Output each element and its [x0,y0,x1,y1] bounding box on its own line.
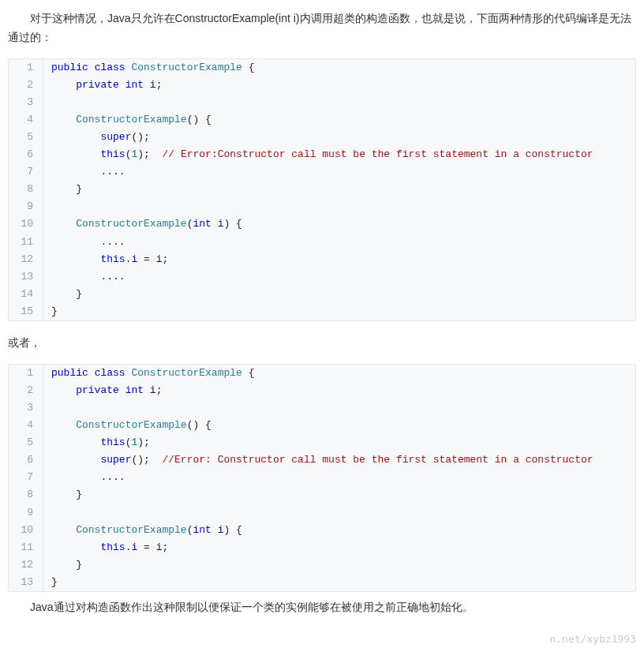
watermark-text: n.net/xybz1993 [549,631,636,635]
code-content [43,198,635,215]
line-number: 2 [9,77,43,94]
code-line: 2 private int i; [9,77,635,94]
code-content: } [43,486,635,504]
line-number: 13 [9,268,43,286]
code-content: ConstructorExample() { [43,417,635,434]
code-line: 13 .... [9,268,635,286]
code-content: this(1); [43,434,635,451]
code-content: .... [43,268,635,286]
line-number: 5 [9,129,43,146]
code-content: this(1); // Error:Constructor call must … [43,146,635,163]
line-number: 1 [9,365,43,382]
code-line: 3 [9,94,635,111]
code-content: public class ConstructorExample { [43,59,635,77]
code-content: this.i = i; [43,251,635,268]
code-content: } [43,181,635,198]
line-number: 5 [9,434,43,451]
code-content: private int i; [43,382,635,399]
line-number: 8 [9,181,43,198]
line-number: 10 [9,215,43,233]
code-line: 12 } [9,556,635,574]
code-content: .... [43,234,635,251]
code-line: 12 this.i = i; [9,251,635,268]
code-content: .... [43,163,635,181]
code-content: } [43,286,635,303]
code-line: 3 [9,399,635,417]
code-line: 2 private int i; [9,382,635,399]
code-line: 11 .... [9,234,635,251]
code-line: 9 [9,504,635,522]
code-block-2: 1public class ConstructorExample {2 priv… [8,364,636,592]
code-content: } [43,556,635,574]
code-line: 10 ConstructorExample(int i) { [9,522,635,539]
line-number: 2 [9,382,43,399]
code-content: ConstructorExample(int i) { [43,522,635,539]
code-line: 9 [9,198,635,215]
paragraph-intro: 对于这种情况，Java只允许在ConstructorExample(int i)… [8,9,636,47]
code-content: .... [43,469,635,486]
code-content: super(); [43,129,635,146]
code-line: 15} [9,303,635,320]
code-line: 4 ConstructorExample() { [9,417,635,434]
code-line: 5 super(); [9,129,635,146]
code-content [43,399,635,417]
code-content: ConstructorExample(int i) { [43,215,635,233]
code-line: 8 } [9,486,635,504]
line-number: 11 [9,539,43,556]
line-number: 6 [9,146,43,163]
code-line: 5 this(1); [9,434,635,451]
line-number: 4 [9,417,43,434]
line-number: 15 [9,303,43,320]
line-number: 10 [9,522,43,539]
code-line: 7 .... [9,469,635,486]
code-line: 13} [9,574,635,591]
line-number: 3 [9,94,43,111]
code-line: 6 super(); //Error: Constructor call mus… [9,451,635,469]
line-number: 11 [9,234,43,251]
code-line: 6 this(1); // Error:Constructor call mus… [9,146,635,163]
line-number: 3 [9,399,43,417]
code-line: 1public class ConstructorExample { [9,59,635,77]
code-line: 10 ConstructorExample(int i) { [9,215,635,233]
line-number: 13 [9,574,43,591]
code-content: public class ConstructorExample { [43,365,635,382]
line-number: 14 [9,286,43,303]
code-line: 7 .... [9,163,635,181]
code-line: 11 this.i = i; [9,539,635,556]
code-content [43,94,635,111]
line-number: 4 [9,111,43,129]
line-number: 7 [9,469,43,486]
code-line: 8 } [9,181,635,198]
paragraph-conclusion: Java通过对构造函数作出这种限制以便保证一个类的实例能够在被使用之前正确地初始… [8,598,636,617]
code-content: super(); //Error: Constructor call must … [43,451,635,469]
line-number: 6 [9,451,43,469]
code-line: 14 } [9,286,635,303]
code-line: 1public class ConstructorExample { [9,365,635,382]
line-number: 12 [9,556,43,574]
code-content [43,504,635,522]
code-content: } [43,303,635,320]
code-content: private int i; [43,77,635,94]
code-content: this.i = i; [43,539,635,556]
code-content: ConstructorExample() { [43,111,635,129]
paragraph-or: 或者， [8,334,636,353]
code-content: } [43,574,635,591]
line-number: 1 [9,59,43,77]
code-line: 4 ConstructorExample() { [9,111,635,129]
line-number: 9 [9,198,43,215]
line-number: 8 [9,486,43,504]
code-block-1: 1public class ConstructorExample {2 priv… [8,58,636,321]
line-number: 9 [9,504,43,522]
line-number: 7 [9,163,43,181]
line-number: 12 [9,251,43,268]
